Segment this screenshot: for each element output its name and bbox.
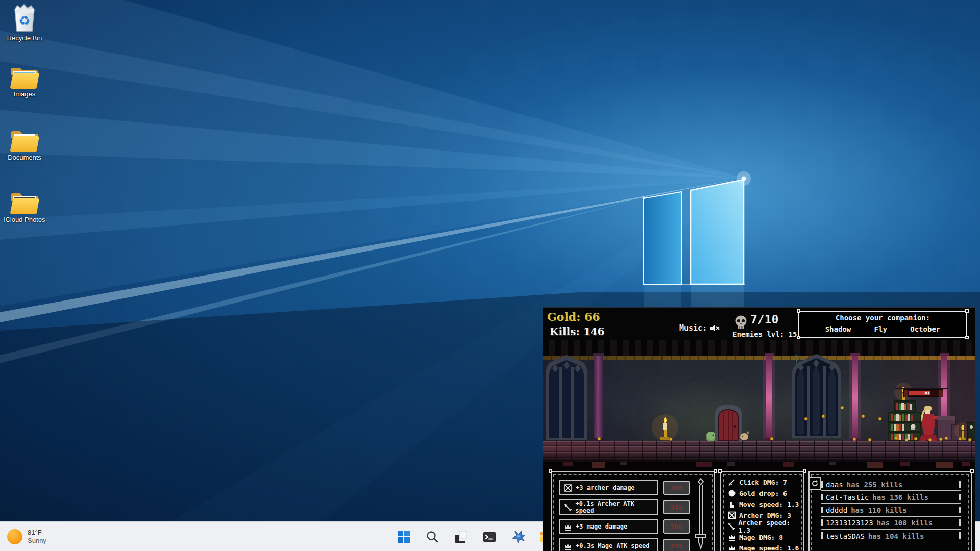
weather-temperature: 81°F — [28, 529, 46, 537]
refresh-icon — [811, 480, 819, 487]
leaderboard-row: Cat-Tastic has 136 kills — [821, 491, 961, 504]
sword-icon — [728, 479, 736, 487]
pillar-pink — [849, 353, 861, 441]
corner-decor — [965, 336, 969, 339]
crossed-swords-icon — [728, 511, 736, 519]
crown-icon — [564, 542, 572, 550]
desktop-icon-icloud-photos[interactable]: iCloud Photos — [3, 190, 46, 223]
icon-label: iCloud Photos — [4, 216, 45, 223]
arrow-icon — [564, 503, 572, 512]
stats-panel: Click DMG: 7 Gold drop: 6 Move speed: 1.… — [720, 471, 804, 551]
stat-gold-drop: Gold drop: 6 — [728, 488, 799, 499]
corner-decor — [965, 309, 969, 313]
upgrade-mage-speed[interactable]: +0.3s Mage ATK speed 345 — [559, 537, 690, 551]
weather-condition: Sunny — [28, 537, 46, 545]
start-button[interactable] — [396, 529, 411, 544]
candle — [652, 414, 678, 441]
stat-move-speed: Move speed: 1.3 — [728, 499, 799, 510]
stat-label: Move speed: 1.3 — [739, 500, 799, 508]
wave-counter: 7/10 — [750, 313, 778, 326]
game-window: Gold: 66 Kills: 146 Music: 7/10 E — [543, 307, 975, 551]
gothic-window-left — [546, 355, 587, 440]
pillar-purple — [593, 353, 604, 441]
leaderboard-refresh-button[interactable] — [809, 477, 821, 490]
boot-icon — [728, 500, 736, 509]
player-name: testaSDAS — [826, 532, 865, 540]
search-button[interactable] — [425, 529, 440, 544]
leaderboard-row: ddddd has 110 kills — [821, 504, 961, 517]
skull-icon — [734, 315, 748, 330]
companion-option-fly[interactable]: Fly — [874, 325, 887, 333]
side-shelf — [968, 422, 975, 441]
hero-character — [919, 406, 939, 441]
search-icon — [426, 530, 439, 543]
companion-option-shadow[interactable]: Shadow — [825, 325, 851, 333]
player-name: daas — [826, 481, 843, 489]
speaker-muted-icon — [709, 323, 720, 333]
stat-label: Mage speed: 1.6 — [739, 544, 799, 551]
stat-label: Click DMG: 7 — [739, 479, 787, 486]
icon-label: Recycle Bin — [7, 34, 42, 42]
player-name: Cat-Tastic — [826, 493, 869, 502]
desktop-icon-images[interactable]: Images — [3, 64, 46, 98]
corner-decor — [714, 469, 717, 473]
player-name: ddddd — [826, 506, 847, 514]
companion-title: Choose your companion: — [799, 314, 966, 322]
corner-decor — [797, 309, 800, 313]
game-app-button[interactable] — [510, 529, 526, 544]
gold-counter: Gold: 66 — [547, 310, 600, 323]
player-kills: has 108 kills — [877, 519, 933, 527]
windows-logo-icon — [397, 530, 410, 543]
companion-option-october[interactable]: October — [910, 325, 940, 333]
upgrade-label: +3 archer damage — [576, 484, 635, 491]
gothic-window-center — [792, 354, 841, 438]
upgrade-archer-speed[interactable]: +0.1s Archer ATK speed 345 — [559, 498, 690, 516]
desktop-icon-recycle-bin[interactable]: ♻ Recycle Bin — [3, 3, 46, 42]
stat-mage-speed: Mage speed: 1.6 — [728, 543, 799, 551]
upgrade-cost: 345 — [663, 500, 690, 514]
stat-label: Gold drop: 6 — [739, 490, 787, 497]
scene-artwork — [543, 340, 975, 462]
upgrade-label: +3 mage damage — [576, 523, 627, 530]
upgrade-label: +0.1s Archer ATK speed — [575, 500, 654, 514]
folder-icloud-photos-icon — [9, 190, 40, 214]
music-label: Music: — [679, 323, 707, 333]
corner-decor — [797, 336, 800, 339]
taskbar-weather-widget[interactable]: 81°F Sunny — [7, 522, 46, 551]
folder-images-icon — [9, 64, 40, 89]
upgrade-mage-damage[interactable]: +3 mage damage 700 — [559, 518, 690, 535]
game-scene[interactable] — [543, 340, 975, 462]
dungeon-door — [715, 405, 742, 441]
leaderboard-row: testaSDAS has 104 kills — [821, 530, 961, 542]
icon-label: Images — [14, 90, 36, 98]
pillar-pink — [763, 353, 775, 441]
upgrade-label: +0.3s Mage ATK speed — [576, 542, 650, 549]
terminal-icon — [482, 530, 497, 544]
crossed-swords-icon — [564, 484, 572, 492]
upgrade-archer-damage[interactable]: +3 archer damage 280 — [559, 479, 690, 496]
corner-decor — [803, 469, 806, 473]
desktop-icon-documents[interactable]: Documents — [3, 128, 46, 161]
stat-click-dmg: Click DMG: 7 — [728, 477, 799, 488]
crown-icon — [728, 533, 736, 541]
stat-label: Archer speed: 1.3 — [738, 519, 799, 534]
kills-counter: Kills: 146 — [550, 325, 605, 338]
icon-label: Documents — [8, 154, 41, 161]
arrow-icon — [728, 522, 735, 531]
upgrade-cost: 700 — [663, 519, 690, 534]
music-toggle[interactable]: Music: — [679, 323, 720, 333]
svg-text:♻: ♻ — [18, 13, 30, 29]
leaderboard-row: 12313123123 has 108 kills — [821, 517, 961, 530]
player-kills: has 255 kills — [847, 481, 903, 489]
leaderboard-row: daas has 255 kills — [821, 479, 961, 491]
stat-label: Mage DMG: 8 — [739, 534, 783, 541]
task-view-button[interactable] — [453, 529, 469, 544]
terminal-button[interactable] — [482, 529, 497, 544]
player-kills: has 104 kills — [868, 532, 924, 540]
recycle-bin-icon: ♻ — [11, 3, 38, 33]
companion-chooser: Choose your companion: Shadow Fly Octobe… — [798, 311, 967, 338]
sword-scrollbar-decor[interactable] — [695, 478, 707, 551]
stat-archer-speed: Archer speed: 1.3 — [728, 521, 799, 532]
coin-icon — [728, 489, 736, 497]
player-name: 12313123123 — [826, 519, 873, 527]
